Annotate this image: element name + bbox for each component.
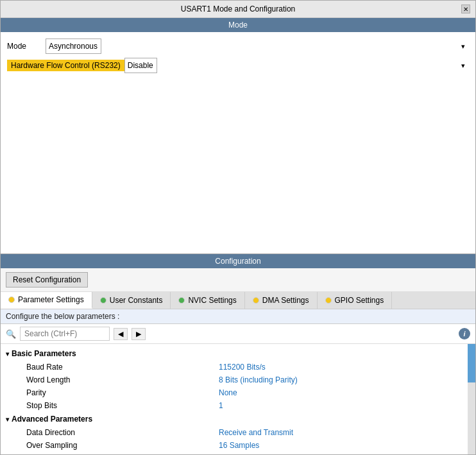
config-section: Configuration Reset Configuration Parame… <box>1 253 475 454</box>
param-over-sampling-label: Over Sampling <box>26 441 219 450</box>
hw-flow-select-wrapper[interactable]: Disable <box>124 58 469 73</box>
param-parity: Parity None <box>1 386 475 399</box>
scrollbar-thumb[interactable] <box>468 344 475 382</box>
tab-dot-parameter-settings <box>8 296 15 303</box>
close-button[interactable]: ✕ <box>461 4 470 13</box>
tabs-bar: Parameter Settings User Constants NVIC S… <box>1 292 475 309</box>
hw-flow-row: Hardware Flow Control (RS232) Disable <box>7 58 469 73</box>
param-word-length-value: 8 Bits (including Parity) <box>219 375 298 384</box>
tab-label-dma-settings: DMA Settings <box>262 296 309 305</box>
chevron-advanced: ▾ <box>6 416 9 423</box>
tab-dot-user-constants <box>100 297 106 304</box>
mode-label: Mode <box>7 42 46 51</box>
tab-dot-nvic-settings <box>178 297 185 304</box>
prev-search-button[interactable]: ◀ <box>114 328 128 340</box>
group-advanced-parameters[interactable]: ▾ Advanced Parameters <box>1 412 475 426</box>
param-word-length: Word Length 8 Bits (including Parity) <box>1 373 475 386</box>
search-bar: 🔍 ◀ ▶ i <box>1 324 475 344</box>
group-advanced-label: Advanced Parameters <box>12 415 92 424</box>
next-search-button[interactable]: ▶ <box>132 328 146 340</box>
mode-row: Mode Asynchronous <box>7 39 469 54</box>
mode-section: Mode Asynchronous Hardware Flow Control … <box>1 32 475 83</box>
tab-parameter-settings[interactable]: Parameter Settings <box>1 292 92 309</box>
tab-dot-dma-settings <box>253 297 259 304</box>
param-data-direction: Data Direction Receive and Transmit <box>1 426 475 439</box>
params-content: ▾ Basic Parameters Baud Rate 115200 Bits… <box>1 344 475 454</box>
mode-section-header: Mode <box>1 18 475 32</box>
title-bar: USART1 Mode and Configuration ✕ <box>1 1 475 18</box>
param-baud-rate-value: 115200 Bits/s <box>219 363 266 372</box>
tab-label-user-constants: User Constants <box>110 296 163 305</box>
param-parity-value: None <box>219 388 237 397</box>
group-basic-parameters[interactable]: ▾ Basic Parameters <box>1 347 475 361</box>
tab-label-gpio-settings: GPIO Settings <box>335 296 384 305</box>
tab-gpio-settings[interactable]: GPIO Settings <box>318 292 393 309</box>
param-over-sampling-value: 16 Samples <box>219 441 259 450</box>
params-desc: Configure the below parameters : <box>1 309 475 324</box>
tab-user-constants[interactable]: User Constants <box>92 292 171 309</box>
tab-label-parameter-settings: Parameter Settings <box>18 295 84 304</box>
hw-flow-label: Hardware Flow Control (RS232) <box>7 60 124 71</box>
scrollbar-track[interactable] <box>468 344 475 454</box>
mode-select-wrapper[interactable]: Asynchronous <box>46 39 469 54</box>
tab-dot-gpio-settings <box>325 297 332 304</box>
main-window: USART1 Mode and Configuration ✕ Mode Mod… <box>0 0 476 455</box>
group-basic-label: Basic Parameters <box>12 349 76 358</box>
param-word-length-label: Word Length <box>26 375 219 384</box>
reset-config-button[interactable]: Reset Configuration <box>6 272 88 288</box>
chevron-basic: ▾ <box>6 350 9 357</box>
config-section-header: Configuration <box>1 254 475 268</box>
param-baud-rate: Baud Rate 115200 Bits/s <box>1 361 475 373</box>
tab-label-nvic-settings: NVIC Settings <box>188 296 236 305</box>
param-stop-bits-label: Stop Bits <box>26 401 219 410</box>
param-stop-bits: Stop Bits 1 <box>1 399 475 412</box>
mode-area: Mode Asynchronous Hardware Flow Control … <box>1 32 475 83</box>
reset-bar: Reset Configuration <box>1 268 475 292</box>
param-over-sampling: Over Sampling 16 Samples <box>1 439 475 452</box>
search-input[interactable] <box>20 327 110 341</box>
params-area: ▾ Basic Parameters Baud Rate 115200 Bits… <box>1 344 475 454</box>
info-icon[interactable]: i <box>459 328 470 339</box>
param-data-direction-label: Data Direction <box>26 428 219 437</box>
spacer <box>1 83 475 253</box>
param-baud-rate-label: Baud Rate <box>26 363 219 372</box>
param-parity-label: Parity <box>26 388 219 397</box>
param-data-direction-value: Receive and Transmit <box>219 428 293 437</box>
window-title: USART1 Mode and Configuration <box>181 4 296 13</box>
hw-flow-select[interactable]: Disable <box>124 58 157 73</box>
search-icon: 🔍 <box>6 329 16 339</box>
tab-dma-settings[interactable]: DMA Settings <box>245 292 318 309</box>
param-stop-bits-value: 1 <box>219 401 223 410</box>
tab-nvic-settings[interactable]: NVIC Settings <box>171 292 244 309</box>
mode-select[interactable]: Asynchronous <box>46 39 101 54</box>
